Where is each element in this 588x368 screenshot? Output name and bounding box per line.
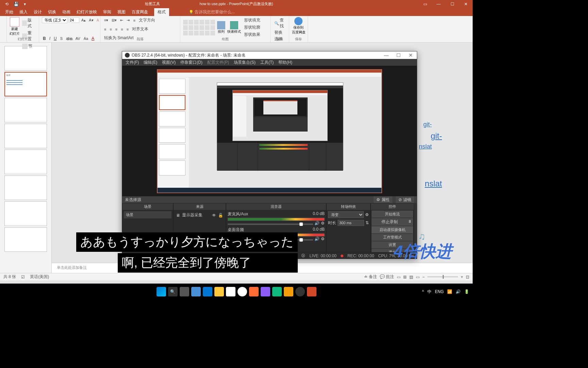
slideshow-view-icon[interactable]: ▭ (416, 275, 420, 279)
tell-me-search[interactable]: 💡 告诉我您想要做什么... (189, 9, 235, 15)
obs-close-icon[interactable]: ✕ (405, 52, 417, 58)
thumbnail-3[interactable] (4, 98, 47, 122)
baidu-save-icon[interactable] (294, 17, 303, 25)
slide-link-2[interactable]: git- (431, 131, 442, 141)
transition-settings-icon[interactable]: ⚙ (365, 212, 369, 217)
properties-button[interactable]: ⚙ 属性 (374, 196, 392, 203)
align-left-button[interactable]: ≡ (103, 26, 107, 32)
scene-item[interactable]: 场景 (124, 211, 172, 218)
widgets-icon[interactable] (191, 287, 201, 296)
ribbon-options-icon[interactable]: ▭ (418, 2, 432, 6)
mic-mute-icon[interactable]: 🔊 (314, 221, 320, 226)
slide-link-3[interactable]: nslat (419, 143, 432, 150)
menu-scenes[interactable]: 场景集合(S) (234, 60, 256, 65)
tab-animations[interactable]: 动画 (62, 9, 70, 15)
wifi-icon[interactable]: 📶 (447, 289, 452, 294)
align-right-button[interactable]: ≡ (114, 26, 118, 32)
studio-mode-button[interactable]: 工作室模式 (372, 234, 413, 241)
battery-icon[interactable]: 🔋 (464, 289, 469, 294)
tab-baidu[interactable]: 百度网盘 (132, 9, 148, 15)
fit-window-icon[interactable]: ⊡ (466, 275, 469, 279)
decrease-indent-button[interactable]: ⇤ (119, 17, 124, 24)
tab-home[interactable]: 开始 (5, 9, 13, 15)
align-center-button[interactable]: ≡ (109, 26, 113, 32)
minimize-icon[interactable]: — (432, 2, 445, 6)
layout-button[interactable]: 版式 (21, 17, 36, 29)
bullets-button[interactable]: ≡▾ (103, 17, 109, 24)
language-status[interactable]: 英语(美国) (30, 274, 49, 280)
align-text-button[interactable]: 对齐文本 (131, 26, 149, 32)
tab-design[interactable]: 设计 (34, 9, 42, 15)
menu-view[interactable]: 视图(V) (162, 60, 176, 65)
thumbnail-5[interactable] (4, 150, 47, 174)
close-icon[interactable]: ✕ (459, 2, 473, 6)
tab-slideshow[interactable]: 幻灯片放映 (77, 9, 97, 15)
duration-stepper[interactable]: ⇅ (365, 220, 369, 225)
slide-thumbnails[interactable]: 软件 _________________ _________________ _… (0, 43, 52, 273)
mic-volume-slider[interactable] (228, 224, 313, 225)
obs-minimize-icon[interactable]: — (380, 52, 392, 58)
thumbnail-8[interactable] (4, 227, 47, 252)
menu-file[interactable]: 文件(F) (126, 60, 139, 65)
tab-transitions[interactable]: 切换 (48, 9, 56, 15)
notes-toggle[interactable]: ≐ 备注 (364, 274, 377, 280)
menu-tools[interactable]: 工具(T) (260, 60, 274, 65)
obs-maximize-icon[interactable]: ☐ (392, 52, 405, 58)
numbering-button[interactable]: ⊟▾ (111, 17, 118, 24)
powerpoint-taskbar-icon[interactable] (307, 287, 316, 296)
menu-edit[interactable]: 编辑(E) (144, 60, 157, 65)
shape-outline-button[interactable]: 形状轮廓 (243, 24, 261, 31)
app-icon-4[interactable] (284, 287, 293, 296)
comments-toggle[interactable]: 💬 批注 (380, 274, 394, 280)
text-direction-button[interactable]: 文字方向 (138, 17, 156, 24)
justify-button[interactable]: ≡ (120, 26, 124, 32)
save-icon[interactable]: 💾 (14, 2, 19, 6)
thumbnail-6[interactable] (4, 175, 47, 200)
new-slide-icon[interactable] (10, 17, 19, 27)
increase-indent-button[interactable]: ⇥ (126, 17, 131, 24)
zoom-in-icon[interactable]: + (461, 275, 463, 279)
decrease-font-icon[interactable]: A▾ (88, 18, 94, 23)
obs-titlebar[interactable]: OBS 27.2.4 (64-bit, windows) - 配置文件: 未命名… (122, 51, 417, 59)
quickstyle-icon[interactable] (230, 21, 238, 29)
font-size-input[interactable] (68, 17, 79, 23)
tab-format[interactable]: 格式 (154, 8, 169, 16)
filters-button[interactable]: ⊘ 滤镜 (396, 196, 414, 203)
new-slide-label[interactable]: 新建 幻灯片 (10, 27, 20, 36)
virtual-cam-button[interactable]: 启动虚拟摄像机 (372, 226, 413, 233)
slide-link-1[interactable]: git- (423, 121, 432, 128)
section-button[interactable]: 节 (21, 43, 36, 49)
start-button[interactable] (157, 287, 166, 296)
zoom-out-icon[interactable]: − (422, 275, 425, 279)
mic-settings-icon[interactable]: ⚙ (321, 221, 325, 226)
increase-font-icon[interactable]: A▴ (80, 18, 87, 23)
replace-button[interactable]: 替换 (273, 29, 286, 36)
tab-insert[interactable]: 插入 (19, 9, 28, 15)
shapes-gallery[interactable] (183, 20, 215, 35)
pause-icon[interactable]: ⏸ (408, 219, 412, 224)
obs-taskbar-icon[interactable] (295, 287, 305, 296)
maximize-icon[interactable]: ☐ (445, 2, 459, 6)
slide-link-4[interactable]: nslat (425, 179, 442, 188)
qat-dropdown-icon[interactable]: ▾ (24, 2, 26, 6)
task-view-icon[interactable] (180, 287, 189, 296)
sorter-view-icon[interactable]: ⊞ (403, 275, 407, 279)
desktop-settings-icon[interactable]: ⚙ (321, 236, 325, 241)
search-icon[interactable]: 🔍 (168, 287, 178, 296)
thumbnail-1[interactable] (4, 46, 47, 71)
app-icon-1[interactable] (249, 287, 259, 296)
reading-view-icon[interactable]: ▤ (409, 275, 413, 279)
find-button[interactable]: 🔍查找 (273, 17, 286, 29)
shape-fill-button[interactable]: 形状填充 (243, 17, 261, 24)
source-item[interactable]: 🖥 显示器采集 👁 🔓 (175, 211, 224, 219)
obs-preview[interactable] (122, 66, 417, 196)
font-family-select[interactable]: 等线 (正文) (42, 17, 67, 23)
menu-help[interactable]: 帮助(H) (278, 60, 292, 65)
thumbnail-4[interactable] (4, 124, 47, 148)
menu-profile[interactable]: 配置文件(P) (207, 60, 229, 65)
clear-format-icon[interactable]: A (96, 18, 100, 22)
lock-icon[interactable]: 🔓 (218, 213, 223, 218)
line-spacing-button[interactable]: ≡ (132, 17, 136, 24)
spell-check-icon[interactable]: ☑ (21, 275, 25, 279)
app-icon-2[interactable] (261, 287, 270, 296)
